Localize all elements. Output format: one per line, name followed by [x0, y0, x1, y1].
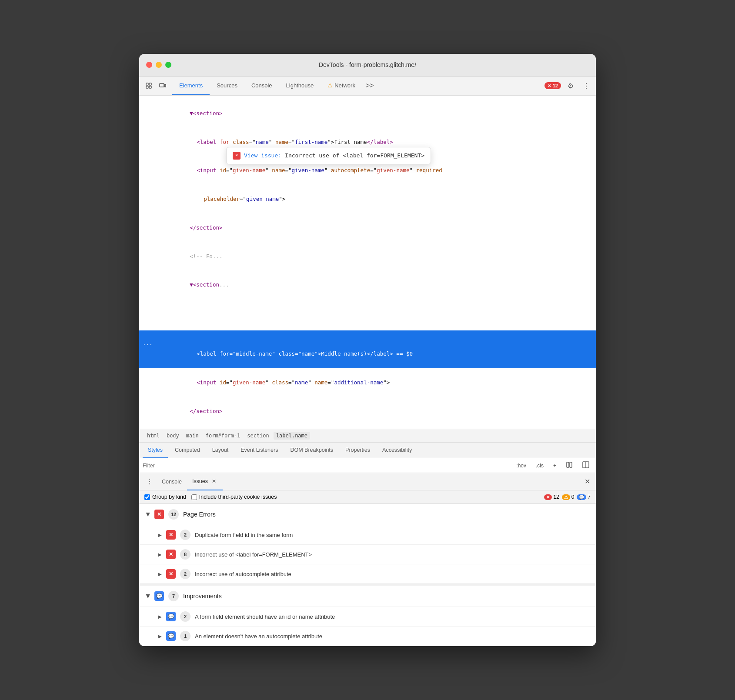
- include-third-party-checkbox[interactable]: Include third-party cookie issues: [191, 494, 277, 500]
- tab-properties[interactable]: Properties: [340, 443, 375, 458]
- tab-elements[interactable]: Elements: [172, 76, 210, 95]
- main-toolbar: Elements Sources Console Lighthouse ⚠ Ne…: [139, 77, 596, 96]
- dom-line[interactable]: placeholder="given name">: [139, 185, 596, 213]
- improvements-group: ▶ 💬 7 Improvements ▶ 💬 2 A form field el…: [139, 586, 596, 646]
- svg-rect-5: [164, 84, 166, 87]
- issue-row-chevron: ▶: [158, 533, 162, 537]
- improvements-header[interactable]: ▶ 💬 7 Improvements: [139, 586, 596, 607]
- dom-panel: ▼<section> <label for class="name" name=…: [139, 96, 596, 429]
- dom-expand-dots[interactable]: ···: [143, 340, 153, 349]
- improvements-count: 7: [168, 591, 179, 601]
- refresh-styles-button[interactable]: [563, 460, 576, 471]
- issue-tooltip: ✕ View issue: Incorrect use of <label fo…: [226, 147, 431, 164]
- tab-computed[interactable]: Computed: [170, 443, 205, 458]
- settings-icon[interactable]: ⚙: [565, 80, 577, 92]
- page-errors-count: 12: [168, 509, 179, 520]
- issues-list: ▶ ✕ 12 Page Errors ▶ ✕ 2 Duplicate form …: [139, 504, 596, 646]
- svg-rect-6: [567, 462, 569, 467]
- tab-dom-breakpoints[interactable]: DOM Breakpoints: [285, 443, 338, 458]
- tab-sources[interactable]: Sources: [210, 76, 244, 95]
- tab-event-listeners[interactable]: Event Listeners: [235, 443, 283, 458]
- more-options-icon[interactable]: ⋮: [580, 80, 592, 92]
- tab-network[interactable]: ⚠ Network: [321, 76, 362, 95]
- issues-panel-close-button[interactable]: ✕: [582, 477, 592, 487]
- issue-label: Incorrect use of autocomplete attribute: [195, 571, 291, 577]
- breadcrumb-body[interactable]: body: [164, 432, 182, 440]
- error-count-group: ✕ 12: [544, 494, 559, 500]
- more-tabs-button[interactable]: >>: [362, 82, 378, 90]
- issues-badge-group: ✕ 12 ⚠ 0 💬 7: [544, 494, 591, 500]
- issue-form-field-id[interactable]: ▶ 💬 2 A form field element should have a…: [139, 607, 596, 626]
- styles-tabs: Styles Computed Layout Event Listeners D…: [139, 443, 596, 458]
- issue-blue-icon: 💬: [166, 612, 176, 621]
- devtools-panel: Elements Sources Console Lighthouse ⚠ Ne…: [139, 77, 596, 647]
- issues-header: ⋮ Console Issues ✕ ✕: [139, 473, 596, 490]
- breadcrumb-html[interactable]: html: [144, 432, 162, 440]
- inspect-icon[interactable]: [143, 80, 155, 92]
- tab-issues[interactable]: Issues ✕: [187, 473, 223, 490]
- issue-label: A form field element should have an id o…: [195, 613, 335, 620]
- dom-line[interactable]: <input id="given-name" class="name" name…: [139, 368, 596, 397]
- dom-line[interactable]: ▼<section...: [139, 270, 596, 299]
- tab-layout[interactable]: Layout: [207, 443, 234, 458]
- error-icon: ✕: [548, 83, 551, 88]
- issue-count: 2: [180, 569, 190, 579]
- cls-button[interactable]: .cls: [533, 461, 547, 470]
- dom-line-selected[interactable]: ··· <label for="middle-name" class="name…: [139, 330, 596, 368]
- group-by-kind-checkbox[interactable]: Group by kind: [144, 494, 186, 500]
- panel-menu-button[interactable]: ⋮: [143, 476, 157, 487]
- tab-lighthouse[interactable]: Lighthouse: [279, 76, 321, 95]
- dom-line[interactable]: <!-- Fo...: [139, 242, 596, 270]
- issue-row-chevron: ▶: [158, 572, 162, 577]
- main-tabs: Elements Sources Console Lighthouse ⚠ Ne…: [172, 76, 545, 95]
- svg-rect-3: [149, 86, 151, 88]
- issue-autocomplete[interactable]: ▶ ✕ 2 Incorrect use of autocomplete attr…: [139, 564, 596, 583]
- issue-red-icon: ✕: [166, 569, 176, 579]
- maximize-button[interactable]: [165, 62, 171, 68]
- filter-bar: :hov .cls +: [139, 458, 596, 473]
- toolbar-icons: [143, 80, 169, 92]
- close-button[interactable]: [146, 62, 152, 68]
- svg-rect-1: [146, 86, 148, 88]
- issue-duplicate-id[interactable]: ▶ ✕ 2 Duplicate form field id in the sam…: [139, 525, 596, 544]
- breadcrumb-label[interactable]: label.name: [274, 432, 310, 440]
- issue-label: An element doesn't have an autocomplete …: [195, 633, 322, 640]
- dom-line[interactable]: </section>: [139, 397, 596, 426]
- page-errors-header[interactable]: ▶ ✕ 12 Page Errors: [139, 504, 596, 525]
- error-count-badge[interactable]: ✕ 12: [545, 82, 561, 89]
- issue-red-icon: ✕: [166, 530, 176, 540]
- breadcrumb: html body main form#form-1 section label…: [139, 429, 596, 443]
- toolbar-right: ✕ 12 ⚙ ⋮: [545, 80, 592, 92]
- window-title: DevTools - form-problems.glitch.me/: [319, 61, 416, 68]
- issue-label-for[interactable]: ▶ ✕ 8 Incorrect use of <label for=FORM_E…: [139, 544, 596, 564]
- hov-button[interactable]: :hov: [513, 461, 529, 470]
- issue-count: 2: [180, 611, 190, 622]
- warning-count-group: ⚠ 0: [562, 494, 575, 500]
- toggle-panel-button[interactable]: [579, 460, 592, 471]
- dom-line[interactable]: ▼<section>: [139, 99, 596, 128]
- issue-count: 2: [180, 530, 190, 540]
- svg-rect-2: [149, 83, 151, 85]
- breadcrumb-section[interactable]: section: [244, 432, 272, 440]
- device-toolbar-icon[interactable]: [157, 80, 169, 92]
- breadcrumb-main[interactable]: main: [184, 432, 201, 440]
- filter-input[interactable]: [143, 463, 211, 469]
- titlebar: DevTools - form-problems.glitch.me/: [139, 54, 596, 77]
- tooltip-message: Incorrect use of <label for=FORM_ELEMENT…: [285, 151, 424, 160]
- add-style-button[interactable]: +: [550, 461, 559, 470]
- issues-close-tab-button[interactable]: ✕: [210, 478, 217, 485]
- tab-console[interactable]: Console: [244, 76, 279, 95]
- tab-console-issues[interactable]: Console: [157, 473, 187, 490]
- dom-line[interactable]: </section>: [139, 213, 596, 242]
- tab-styles[interactable]: Styles: [143, 443, 168, 458]
- issue-no-autocomplete[interactable]: ▶ 💬 1 An element doesn't have an autocom…: [139, 626, 596, 646]
- view-issue-link[interactable]: View issue:: [244, 151, 281, 160]
- breadcrumb-form[interactable]: form#form-1: [203, 432, 243, 440]
- improvements-icon: 💬: [154, 591, 164, 601]
- issue-row-chevron: ▶: [158, 614, 162, 619]
- improvements-label: Improvements: [183, 593, 222, 600]
- orange-badge: ⚠: [562, 494, 570, 500]
- minimize-button[interactable]: [156, 62, 162, 68]
- issue-count: 1: [180, 631, 190, 641]
- tab-accessibility[interactable]: Accessibility: [377, 443, 417, 458]
